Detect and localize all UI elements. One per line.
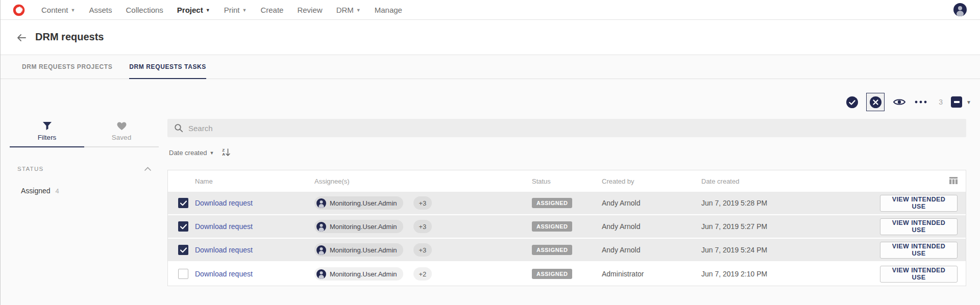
task-name-link[interactable]: Download request: [195, 246, 314, 254]
tab-drm-requests-tasks[interactable]: DRM REQUESTS TASKS: [129, 55, 206, 79]
search-icon: [174, 123, 183, 133]
extra-assignees-pill[interactable]: +3: [413, 196, 432, 210]
assignee-chip: Monitoring.User.Admin: [314, 243, 403, 257]
assignees-cell: Monitoring.User.Admin +3: [314, 220, 532, 233]
tab-bar: DRM REQUESTS PROJECTS DRM REQUESTS TASKS: [1, 55, 980, 79]
back-arrow-icon[interactable]: [16, 32, 27, 43]
task-name-link[interactable]: Download request: [195, 199, 314, 207]
deselect-icon: [870, 96, 881, 108]
tab-drm-requests-projects[interactable]: DRM REQUESTS PROJECTS: [22, 55, 112, 79]
nav-item-review[interactable]: Review: [297, 6, 322, 14]
filter-item-assigned[interactable]: Assigned4: [21, 187, 59, 195]
filter-count: 4: [56, 187, 59, 195]
date-created-cell: Jun 7, 2019 5:28 PM: [701, 199, 880, 207]
chevron-down-icon: ▼: [356, 7, 361, 13]
nav-item-print[interactable]: Print▼: [224, 6, 247, 14]
assignee-chip: Monitoring.User.Admin: [314, 267, 403, 281]
nav-item-manage[interactable]: Manage: [375, 6, 402, 14]
app-logo-icon[interactable]: [12, 4, 26, 17]
chevron-down-icon: ▼: [71, 7, 76, 13]
table-header-row: Name Assignee(s) Status Created by Date …: [168, 170, 966, 192]
tasks-table: Name Assignee(s) Status Created by Date …: [167, 170, 966, 286]
sort-order-toggle[interactable]: ZA: [222, 148, 231, 157]
row-checkbox[interactable]: [178, 221, 188, 232]
column-header-created-by: Created by: [602, 177, 701, 185]
view-mode-selector[interactable]: ▼: [951, 96, 971, 108]
sort-controls: Date created ▼ ZA: [169, 148, 231, 157]
assignees-cell: Monitoring.User.Admin +3: [314, 196, 532, 210]
top-navigation-bar: Content▼ Assets Collections Project▼ Pri…: [1, 0, 980, 20]
check-icon: [180, 247, 187, 253]
nav-item-create[interactable]: Create: [260, 6, 283, 14]
task-name-link[interactable]: Download request: [195, 222, 314, 231]
check-icon: [180, 224, 187, 230]
search-bar: [167, 119, 966, 137]
created-by-cell: Administrator: [602, 270, 701, 278]
filter-panel-tabs: Filters Saved: [10, 118, 159, 147]
chevron-down-icon: ▼: [209, 149, 214, 156]
more-options-icon[interactable]: [914, 100, 927, 104]
nav-item-project[interactable]: Project▼: [177, 6, 210, 14]
column-header-date-created: Date created: [701, 177, 880, 185]
view-intended-use-button[interactable]: VIEW INTENDED USE: [880, 218, 958, 235]
chevron-up-icon: [144, 167, 151, 171]
user-avatar-icon: [316, 269, 326, 279]
created-by-cell: Andy Arnold: [602, 246, 701, 254]
extra-assignees-pill[interactable]: +3: [413, 243, 432, 257]
nav-item-collections[interactable]: Collections: [126, 6, 163, 14]
date-created-cell: Jun 7, 2019 5:24 PM: [701, 246, 880, 254]
table-row: Download request Monitoring.User.Admin +…: [168, 239, 966, 262]
user-avatar-icon: [316, 245, 326, 255]
selection-count: 3: [939, 98, 943, 106]
status-badge: ASSIGNED: [532, 221, 572, 232]
check-icon: [180, 200, 187, 206]
nav-item-assets[interactable]: Assets: [89, 6, 112, 14]
chevron-down-icon: ▼: [206, 7, 210, 13]
created-by-cell: Andy Arnold: [602, 222, 701, 231]
main-menu: Content▼ Assets Collections Project▼ Pri…: [41, 6, 402, 14]
row-checkbox[interactable]: [178, 245, 188, 255]
view-intended-use-button[interactable]: VIEW INTENDED USE: [880, 195, 958, 212]
page-title: DRM requests: [35, 31, 104, 43]
view-intended-use-button[interactable]: VIEW INTENDED USE: [880, 266, 958, 283]
assignee-chip: Monitoring.User.Admin: [314, 220, 403, 233]
tab-filters[interactable]: Filters: [10, 118, 84, 147]
select-all-icon[interactable]: [846, 96, 858, 108]
heart-icon: [117, 122, 127, 131]
deselect-all-button[interactable]: [866, 93, 885, 111]
row-checkbox[interactable]: [178, 198, 188, 208]
user-avatar-icon: [316, 198, 326, 208]
task-name-link[interactable]: Download request: [195, 270, 314, 278]
status-badge: ASSIGNED: [532, 198, 572, 208]
created-by-cell: Andy Arnold: [602, 199, 701, 207]
view-intended-use-button[interactable]: VIEW INTENDED USE: [880, 242, 958, 259]
date-created-cell: Jun 7, 2019 2:10 PM: [701, 270, 880, 278]
filter-funnel-icon: [42, 121, 52, 131]
sort-field-dropdown[interactable]: Date created: [169, 149, 207, 157]
nav-item-drm[interactable]: DRM▼: [336, 6, 361, 14]
arrow-down-icon: [225, 148, 231, 157]
column-header-name: Name: [195, 177, 314, 185]
date-created-cell: Jun 7, 2019 5:27 PM: [701, 222, 880, 231]
chevron-down-icon: ▼: [242, 7, 247, 13]
column-settings-icon[interactable]: [949, 177, 958, 186]
list-view-icon: [951, 96, 962, 108]
column-header-assignees: Assignee(s): [314, 177, 532, 185]
status-badge: ASSIGNED: [532, 269, 572, 279]
assignees-cell: Monitoring.User.Admin +2: [314, 267, 532, 281]
user-avatar[interactable]: [953, 3, 967, 16]
search-input[interactable]: [188, 124, 966, 133]
user-avatar-icon: [316, 222, 326, 232]
tab-saved[interactable]: Saved: [84, 118, 159, 147]
status-section-header[interactable]: STATUS: [17, 166, 151, 172]
nav-item-content[interactable]: Content▼: [41, 6, 75, 14]
row-checkbox[interactable]: [178, 269, 188, 279]
table-row: Download request Monitoring.User.Admin +…: [168, 215, 966, 239]
chevron-down-icon: ▼: [966, 99, 971, 105]
view-eye-icon[interactable]: [893, 97, 906, 107]
table-row: Download request Monitoring.User.Admin +…: [168, 262, 966, 286]
table-row: Download request Monitoring.User.Admin +…: [168, 192, 966, 215]
assignees-cell: Monitoring.User.Admin +3: [314, 243, 532, 257]
extra-assignees-pill[interactable]: +2: [413, 267, 432, 281]
extra-assignees-pill[interactable]: +3: [413, 220, 432, 233]
